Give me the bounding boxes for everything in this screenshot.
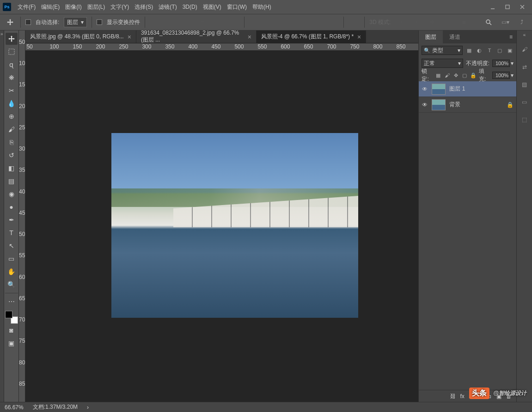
left-rail-collapse[interactable] [0, 30, 4, 402]
lock-all-icon[interactable]: 🔒 [470, 72, 477, 79]
menu-item[interactable]: 3D(D) [180, 2, 200, 12]
chevron-down-icon[interactable]: ▾ [511, 60, 514, 67]
maximize-button[interactable] [504, 4, 511, 10]
orbit-icon[interactable]: ⟳ [395, 17, 406, 28]
clone-panel-icon[interactable]: ▤ [519, 79, 530, 90]
history-brush-tool[interactable]: ↺ [6, 149, 18, 161]
filter-pixel-icon[interactable]: ▦ [465, 47, 473, 54]
document-tab[interactable]: 391634_082313046898_2.jpg @ 66.7% (图层 ..… [136, 30, 257, 43]
layer-row[interactable]: 👁背景🔒 [419, 97, 516, 113]
menu-item[interactable]: 文字(Y) [108, 1, 132, 13]
brush-tool[interactable]: 🖌 [6, 123, 18, 135]
crop-tool[interactable]: ✂ [6, 85, 18, 97]
status-chevron-icon[interactable]: › [87, 404, 89, 411]
opacity-input[interactable] [492, 60, 510, 67]
align-vcenter-icon[interactable]: ⫠ [165, 17, 177, 28]
align-left-icon[interactable]: ⊢ [197, 17, 208, 28]
roll-icon[interactable]: ⊕ [411, 17, 422, 28]
show-transform-checkbox[interactable] [97, 19, 102, 25]
history-panel-icon[interactable]: ▭ [519, 97, 530, 108]
type-tool[interactable]: T [6, 227, 18, 239]
camera-icon[interactable]: ▣ [458, 17, 469, 28]
dodge-tool[interactable]: ● [6, 201, 18, 213]
visibility-icon[interactable]: 👁 [422, 102, 428, 108]
panel-menu-icon[interactable]: ≡ [506, 34, 516, 40]
menu-item[interactable]: 图像(I) [62, 1, 84, 13]
layer-row[interactable]: 👁图层 1 [419, 81, 516, 97]
zoom-value[interactable]: 66.67% [5, 404, 24, 411]
document-tab[interactable]: 风景照.jpg @ 48.3% (图层 0, RGB/8...× [25, 30, 136, 43]
quick-mask-tool[interactable]: ◙ [6, 324, 18, 336]
menu-item[interactable]: 选择(S) [132, 1, 156, 13]
menu-item[interactable]: 帮助(H) [250, 1, 274, 13]
blend-mode-dropdown[interactable]: 正常▾ [422, 59, 463, 68]
filter-smart-icon[interactable]: ▣ [506, 47, 514, 54]
distribute-left-icon[interactable]: ⫞ [296, 17, 307, 28]
auto-align-icon[interactable]: ▭ [349, 17, 360, 28]
3d-panel-icon[interactable]: ⬚ [519, 114, 530, 125]
distribute-hcenter-icon[interactable]: ⫞ [312, 17, 323, 28]
tab-close-icon[interactable]: × [248, 33, 251, 41]
auto-select-target-dropdown[interactable]: 图层▾ [64, 17, 87, 27]
screen-mode-icon[interactable]: ▭▾ [500, 17, 511, 28]
auto-select-checkbox[interactable] [25, 19, 31, 25]
align-right-icon[interactable]: ⊣ [228, 17, 239, 28]
align-hcenter-icon[interactable]: ⫞ [213, 17, 224, 28]
marquee-tool[interactable] [6, 46, 18, 58]
lasso-tool[interactable]: ɋ [6, 59, 18, 71]
menu-item[interactable]: 窗口(W) [224, 1, 250, 13]
fill-input[interactable] [492, 72, 510, 79]
tab-close-icon[interactable]: × [357, 33, 361, 41]
search-icon[interactable] [483, 17, 494, 28]
menu-item[interactable]: 图层(L) [85, 1, 108, 13]
align-bottom-icon[interactable]: ⫡ [181, 17, 192, 28]
align-top-icon[interactable]: ⫟ [150, 17, 161, 28]
clone-stamp-tool[interactable]: ⎘ [6, 136, 18, 148]
slide-icon[interactable]: ↔ [442, 17, 453, 28]
tab-close-icon[interactable]: × [128, 33, 131, 41]
move-tool[interactable] [6, 33, 18, 45]
path-select-tool[interactable]: ↖ [6, 240, 18, 252]
canvas[interactable] [25, 51, 418, 402]
distribute-vcenter-icon[interactable]: ≡ [265, 17, 276, 28]
share-icon[interactable]: ⤴ [516, 17, 527, 28]
adjust-panel-icon[interactable]: ⇄ [519, 61, 530, 73]
pan-icon[interactable]: ✥ [427, 17, 438, 28]
document-tab[interactable]: 风景照-4 @ 66.7% (图层 1, RGB/8*) *× [257, 30, 366, 43]
filter-adjust-icon[interactable]: ◐ [476, 47, 483, 54]
filter-shape-icon[interactable]: ▢ [496, 47, 503, 54]
spot-heal-tool[interactable]: ⊕ [6, 110, 18, 122]
hand-tool[interactable]: ✋ [6, 266, 18, 278]
close-button[interactable] [519, 4, 526, 10]
tab-layers[interactable]: 图层 [419, 30, 443, 44]
menu-item[interactable]: 视图(V) [200, 1, 224, 13]
visibility-icon[interactable]: 👁 [422, 86, 428, 92]
blur-tool[interactable]: ◉ [6, 188, 18, 200]
menu-item[interactable]: 滤镜(T) [156, 1, 179, 13]
lock-trans-icon[interactable]: ▦ [435, 72, 441, 79]
edit-toolbar[interactable]: ⋯ [6, 296, 18, 308]
layer-style-icon[interactable]: fx [460, 393, 465, 400]
brush-panel-icon[interactable]: 🖌 [519, 44, 530, 55]
minimize-button[interactable] [489, 4, 496, 10]
screen-mode-tool[interactable]: ▣ [6, 337, 18, 349]
layer-thumbnail[interactable] [432, 99, 446, 110]
tab-channels[interactable]: 通道 [443, 30, 467, 44]
eraser-tool[interactable]: ◧ [6, 162, 18, 174]
distribute-top-icon[interactable]: ≡ [249, 17, 260, 28]
link-layers-icon[interactable]: ⛓ [450, 393, 456, 400]
layer-filter-dropdown[interactable]: 🔍 类型 ▾ [422, 46, 463, 55]
eyedropper-tool[interactable]: 💧 [6, 97, 18, 109]
layer-thumbnail[interactable] [432, 84, 446, 95]
distribute-bottom-icon[interactable]: ≡ [281, 17, 292, 28]
doc-size[interactable]: 文档:1.37M/3.20M [33, 403, 78, 411]
lock-pos-icon[interactable]: ✥ [453, 72, 459, 79]
filter-type-icon[interactable]: T [486, 47, 493, 54]
pen-tool[interactable]: ✒ [6, 214, 18, 226]
chevron-down-icon[interactable]: ▾ [511, 72, 514, 79]
color-swatches[interactable] [5, 311, 18, 324]
lock-image-icon[interactable]: 🖌 [444, 72, 450, 79]
quick-select-tool[interactable]: ❋ [6, 72, 18, 84]
lock-artboard-icon[interactable]: ▢ [461, 72, 468, 79]
shape-tool[interactable]: ▭ [6, 253, 18, 265]
